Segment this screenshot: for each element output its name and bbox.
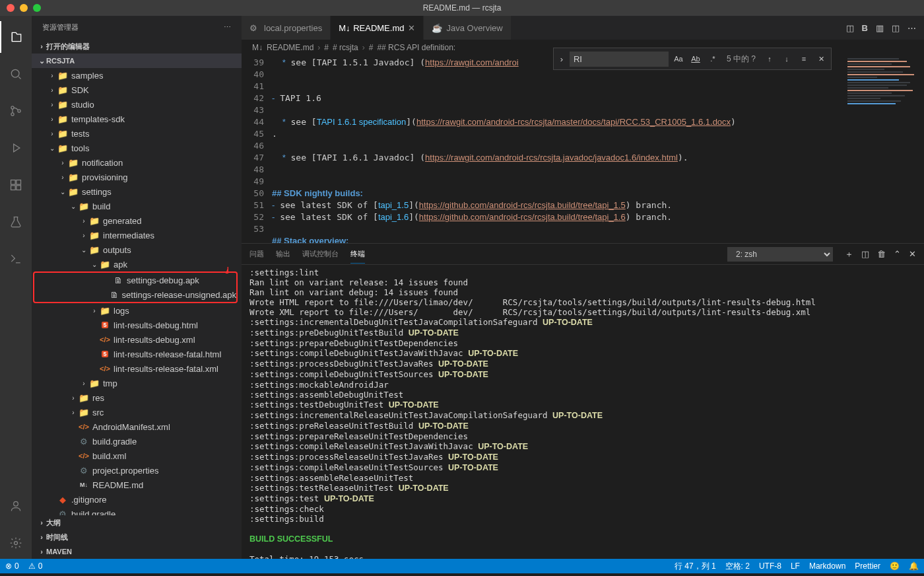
split-icon[interactable]: ▥	[876, 23, 884, 33]
folder-row[interactable]: ›📁provisioning	[32, 170, 242, 184]
testing-icon[interactable]	[0, 206, 32, 238]
file-row[interactable]: M↓README.md	[32, 478, 242, 492]
status-eol[interactable]: LF	[791, 561, 800, 571]
file-icon: 🗎	[112, 274, 124, 286]
terminal-selector[interactable]: 2: zsh	[727, 247, 833, 262]
split-terminal-icon[interactable]: ◫	[861, 249, 869, 259]
file-row[interactable]: </>lint-results-debug.xml	[32, 332, 242, 347]
preview-icon[interactable]: ◫	[846, 23, 854, 33]
tab-problems[interactable]: 问题	[249, 245, 264, 263]
folder-icon: 📁	[78, 392, 90, 404]
file-row[interactable]: </>build.xml	[32, 449, 242, 463]
find-selection-icon[interactable]: ≡	[797, 52, 811, 66]
folder-row[interactable]: ›📁res	[32, 390, 242, 405]
folder-row[interactable]: ›📁samples	[32, 68, 242, 83]
file-row[interactable]: ⚙project.properties	[32, 463, 242, 478]
close-tab-icon[interactable]: ✕	[408, 23, 415, 33]
folder-row[interactable]: ›📁intermediates	[32, 228, 242, 242]
project-section[interactable]: ⌄RCSJTA	[32, 54, 242, 68]
folder-row[interactable]: ›📁logs	[32, 303, 242, 318]
status-errors[interactable]: ⊗ 0	[5, 561, 19, 571]
close-icon[interactable]: ✕	[814, 52, 828, 66]
file-row[interactable]: ⚙build.gradle	[32, 507, 242, 515]
match-case-icon[interactable]: Aa	[671, 52, 686, 66]
gear-icon: ⚙	[78, 464, 90, 476]
status-warnings[interactable]: ⚠ 0	[28, 561, 43, 571]
status-language[interactable]: Markdown	[809, 561, 845, 571]
code-content[interactable]: * see [TAPI 1.5.1 Javadoc] (https://rawg…	[272, 55, 845, 243]
folder-row[interactable]: ›📁src	[32, 405, 242, 419]
svg-rect-5	[16, 180, 21, 185]
file-row[interactable]: ⚙build.gradle	[32, 434, 242, 449]
terminal-content[interactable]: :settings:lint Ran lint on variant relea…	[242, 265, 924, 559]
editor-body[interactable]: 394041424344454647484950515253 * see [TA…	[242, 55, 924, 243]
find-toggle-icon[interactable]: ›	[556, 54, 567, 64]
editor-tab[interactable]: M↓README.md✕	[331, 16, 424, 40]
run-debug-icon[interactable]	[0, 132, 32, 164]
close-panel-icon[interactable]: ✕	[909, 249, 916, 259]
folder-row[interactable]: ⌄📁outputs	[32, 242, 242, 257]
gear-icon: ⚙	[57, 508, 69, 515]
folder-row[interactable]: ⌄📁build	[32, 199, 242, 213]
extensions-icon[interactable]	[0, 169, 32, 201]
open-editors-section[interactable]: ›打开的编辑器	[32, 39, 242, 54]
new-terminal-icon[interactable]: ＋	[845, 248, 853, 260]
editor-tab[interactable]: ☕Java Overview	[424, 16, 511, 40]
file-row[interactable]: 🗎settings-debug.apk	[34, 273, 236, 287]
folder-row[interactable]: ›📁notification	[32, 155, 242, 170]
more-icon[interactable]: ⋯	[908, 23, 916, 33]
folder-row[interactable]: ⌄📁tools	[32, 141, 242, 155]
minimap[interactable]	[845, 55, 924, 243]
folder-green-icon: 📁	[67, 157, 79, 168]
regex-icon[interactable]: .*	[706, 52, 720, 66]
close-window[interactable]	[7, 4, 15, 12]
settings-icon[interactable]	[0, 527, 32, 559]
status-line-col[interactable]: 行 47，列 1	[675, 561, 716, 572]
outline-section[interactable]: ›大纲	[32, 515, 242, 530]
file-row[interactable]: </>lint-results-release-fatal.xml	[32, 361, 242, 376]
source-control-icon[interactable]	[0, 95, 32, 127]
tab-output[interactable]: 输出	[276, 245, 290, 263]
status-encoding[interactable]: UTF-8	[759, 561, 781, 571]
layout-icon[interactable]: ◫	[892, 23, 900, 33]
folder-row[interactable]: ⌄📁settings	[32, 184, 242, 199]
file-row[interactable]: 🗎settings-release-unsigned.apk	[34, 287, 236, 302]
terminal-shortcut-icon[interactable]	[0, 243, 32, 275]
status-spaces[interactable]: 空格: 2	[725, 561, 750, 572]
status-prettier[interactable]: Prettier	[855, 561, 880, 571]
more-icon[interactable]: ⋯	[224, 23, 231, 32]
xml-icon: </>	[99, 334, 111, 345]
folder-row[interactable]: ›📁SDK	[32, 83, 242, 97]
maven-section[interactable]: ›MAVEN	[32, 544, 242, 559]
folder-row[interactable]: ›📁templates-sdk	[32, 112, 242, 126]
tab-debug-console[interactable]: 调试控制台	[302, 245, 339, 263]
folder-icon: 📁	[99, 305, 111, 316]
find-next-icon[interactable]: ↓	[779, 52, 794, 66]
folder-row[interactable]: ›📁generated	[32, 213, 242, 228]
accounts-icon[interactable]	[0, 490, 32, 522]
find-input[interactable]	[570, 52, 669, 67]
find-widget: › Aa Ab .* 5 中的 ? ↑ ↓ ≡ ✕	[553, 48, 832, 70]
status-feedback-icon[interactable]: 🙂	[890, 561, 900, 571]
maximize-window[interactable]	[33, 4, 41, 12]
status-bell-icon[interactable]: 🔔	[909, 561, 919, 571]
file-row[interactable]: 5lint-results-release-fatal.html	[32, 347, 242, 361]
folder-row[interactable]: ⌄📁apk	[32, 257, 242, 271]
find-prev-icon[interactable]: ↑	[762, 52, 777, 66]
file-row[interactable]: ◆.gitignore	[32, 492, 242, 507]
file-row[interactable]: 5lint-results-debug.html	[32, 318, 242, 332]
bold-icon[interactable]: B	[862, 23, 868, 33]
file-row[interactable]: </>AndroidManifest.xml	[32, 419, 242, 434]
folder-row[interactable]: ›📁tmp	[32, 376, 242, 390]
folder-row[interactable]: ›📁tests	[32, 126, 242, 141]
match-word-icon[interactable]: Ab	[688, 52, 703, 66]
tab-terminal[interactable]: 终端	[350, 245, 365, 264]
folder-row[interactable]: ›📁studio	[32, 97, 242, 112]
minimize-window[interactable]	[20, 4, 28, 12]
editor-tab[interactable]: ⚙local.properties	[242, 16, 331, 40]
kill-terminal-icon[interactable]: 🗑	[877, 249, 886, 259]
maximize-panel-icon[interactable]: ⌃	[894, 249, 901, 259]
explorer-icon[interactable]	[0, 21, 32, 53]
search-icon[interactable]	[0, 58, 32, 90]
timeline-section[interactable]: ›时间线	[32, 530, 242, 544]
